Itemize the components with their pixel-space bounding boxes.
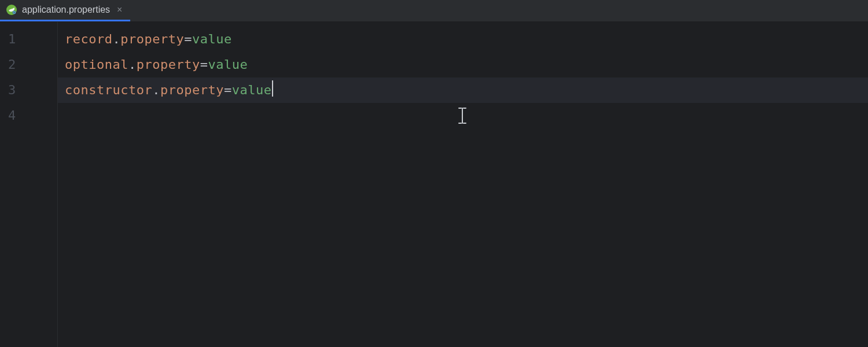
svg-point-3 [14,12,15,13]
code-area[interactable]: record.property=value optional.property=… [58,22,868,347]
dot: . [112,32,120,46]
property-key: constructor [65,83,152,97]
editor: 1 2 3 4 record.property=value optional.p… [0,22,868,347]
property-key: optional [65,57,128,72]
code-line[interactable]: constructor.property=value [58,77,868,103]
equals: = [184,32,192,46]
property-value: value [192,32,232,46]
line-number: 3 [0,77,57,103]
file-tab[interactable]: application.properties × [0,0,130,21]
dot: . [152,83,160,97]
gutter: 1 2 3 4 [0,22,58,347]
code-line[interactable] [58,103,868,128]
equals: = [200,57,208,72]
tab-close-icon[interactable]: × [115,5,122,14]
line-number: 2 [0,52,57,77]
line-number: 4 [0,103,57,128]
property-value: value [232,83,272,97]
equals: = [224,83,232,97]
code-line[interactable]: record.property=value [58,27,868,52]
property-key: record [65,32,112,46]
code-line[interactable]: optional.property=value [58,52,868,77]
tab-filename: application.properties [22,5,110,15]
text-caret [272,80,273,97]
tab-bar: application.properties × [0,0,868,22]
spring-file-icon [6,4,17,16]
property-key: property [137,57,200,72]
property-key: property [120,32,184,46]
line-number: 1 [0,27,57,52]
property-value: value [208,57,248,72]
dot: . [128,57,137,72]
property-key: property [160,83,224,97]
